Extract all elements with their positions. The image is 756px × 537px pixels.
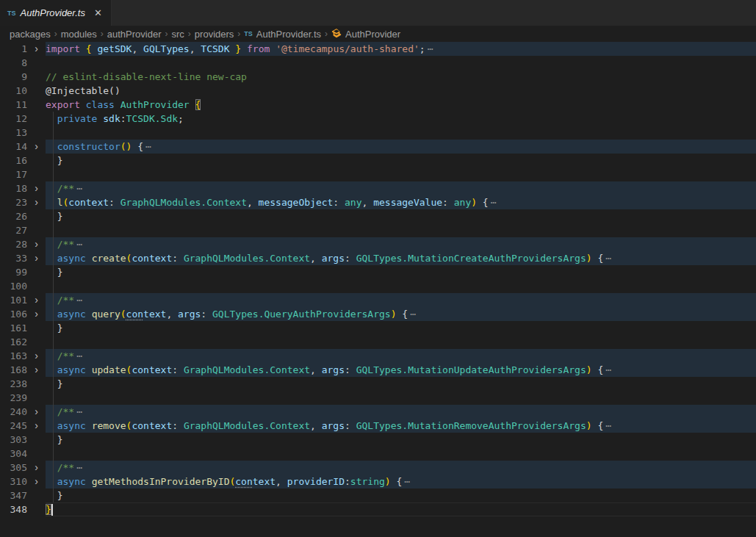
line-content[interactable]: } [46, 265, 756, 279]
code-line-101: 101› /**⋯ [0, 293, 756, 307]
code-line-305: 305› /**⋯ [0, 461, 756, 475]
gutter-spacer [27, 56, 46, 70]
breadcrumb-separator: › [162, 29, 172, 39]
fold-chevron-icon[interactable]: › [27, 349, 46, 363]
line-content[interactable]: } [46, 502, 756, 516]
line-content[interactable] [46, 279, 756, 293]
code-token: : [333, 197, 345, 208]
breadcrumb-item-authprovider-ts[interactable]: TSAuthProvider.ts [244, 29, 321, 40]
line-content[interactable]: /**⋯ [46, 405, 756, 419]
line-content[interactable]: constructor() {⋯ [46, 140, 756, 154]
code-token: { [592, 253, 604, 264]
tab-authprovider-ts[interactable]: TS AuthProvider.ts ✕ [0, 0, 112, 26]
code-token: GQLTypes [143, 43, 190, 54]
code-token: ⋯ [428, 43, 433, 54]
line-content[interactable]: } [46, 489, 756, 502]
code-token: ) [586, 364, 592, 375]
text-cursor [51, 504, 53, 516]
code-token: GQLTypes.MutationCreateAuthProvidersArgs [356, 253, 586, 264]
breadcrumb-item-src[interactable]: src [172, 29, 184, 40]
line-content[interactable]: l(context: GraphQLModules.Context, messa… [46, 195, 756, 209]
line-content[interactable]: /**⋯ [46, 461, 756, 475]
line-content[interactable]: // eslint-disable-next-line new-cap [46, 70, 756, 84]
fold-chevron-icon[interactable]: › [27, 251, 46, 265]
line-content[interactable]: export class AuthProvider { [46, 98, 756, 112]
line-content[interactable]: } [46, 321, 756, 335]
line-content[interactable] [46, 167, 756, 181]
editor-tab-bar: TS AuthProvider.ts ✕ [0, 0, 756, 26]
code-editor[interactable]: 1›import { getSDK, GQLTypes, TCSDK } fro… [0, 42, 756, 516]
fold-chevron-icon[interactable]: › [27, 405, 46, 419]
line-content[interactable]: import { getSDK, GQLTypes, TCSDK } from … [46, 42, 756, 56]
line-content[interactable] [46, 391, 756, 405]
fold-chevron-icon[interactable]: › [27, 293, 46, 307]
code-token: : [172, 253, 184, 264]
code-token: private [46, 113, 103, 124]
line-content[interactable]: /**⋯ [46, 237, 756, 251]
code-token: messageObject [259, 197, 334, 208]
code-token: import [46, 43, 86, 54]
line-content[interactable]: } [46, 377, 756, 391]
line-content[interactable] [46, 447, 756, 461]
line-number: 310 [0, 475, 27, 489]
line-content[interactable] [46, 223, 756, 237]
gutter-spacer [27, 377, 46, 391]
line-content[interactable]: private sdk:TCSDK.Sdk; [46, 112, 756, 126]
breadcrumb-item-authprovider[interactable]: AuthProvider [331, 28, 400, 40]
line-content[interactable]: /**⋯ [46, 349, 756, 363]
line-content[interactable]: async update(context: GraphQLModules.Con… [46, 363, 756, 377]
code-token: GraphQLModules.Context [184, 253, 310, 264]
code-line-100: 100 [0, 279, 756, 293]
code-line-17: 17 [0, 167, 756, 181]
code-line-33: 33› async create(context: GraphQLModules… [0, 251, 756, 265]
line-content[interactable]: } [46, 209, 756, 223]
fold-chevron-icon[interactable]: › [27, 475, 46, 489]
line-content[interactable]: async create(context: GraphQLModules.Con… [46, 251, 756, 265]
line-content[interactable]: @Injectable() [46, 84, 756, 98]
gutter-spacer [27, 502, 46, 516]
gutter-spacer [27, 321, 46, 335]
fold-chevron-icon[interactable]: › [27, 461, 46, 475]
line-number: 101 [0, 293, 27, 307]
code-token: , [310, 253, 322, 264]
line-number: 303 [0, 433, 27, 447]
code-token: string [350, 476, 385, 487]
line-number: 238 [0, 377, 27, 391]
line-content[interactable]: async query(context, args: GQLTypes.Quer… [46, 307, 756, 321]
line-content[interactable]: /**⋯ [46, 181, 756, 195]
line-content[interactable] [46, 126, 756, 140]
line-content[interactable] [46, 335, 756, 349]
code-token: context [132, 364, 172, 375]
code-token: getSDK [97, 43, 132, 54]
line-content[interactable]: async getMethodsInProviderByID(context, … [46, 475, 756, 489]
fold-chevron-icon[interactable]: › [27, 181, 46, 195]
breadcrumb-item-packages[interactable]: packages [10, 29, 51, 40]
fold-chevron-icon[interactable]: › [27, 140, 46, 154]
code-token: query [92, 309, 120, 320]
line-content[interactable]: } [46, 433, 756, 447]
fold-chevron-icon[interactable]: › [27, 237, 46, 251]
line-content[interactable] [46, 56, 756, 70]
close-icon[interactable]: ✕ [93, 7, 104, 18]
fold-chevron-icon[interactable]: › [27, 363, 46, 377]
fold-chevron-icon[interactable]: › [27, 419, 46, 433]
breadcrumb-item-modules[interactable]: modules [61, 29, 97, 40]
line-content[interactable]: } [46, 154, 756, 167]
typescript-file-icon: TS [244, 30, 253, 37]
code-token: '@timecampus/auth-shared' [276, 43, 420, 54]
code-line-99: 99 } [0, 265, 756, 279]
code-line-1: 1›import { getSDK, GQLTypes, TCSDK } fro… [0, 42, 756, 56]
line-number: 9 [0, 70, 27, 84]
code-token: { [592, 364, 604, 375]
line-content[interactable]: async remove(context: GraphQLModules.Con… [46, 419, 756, 433]
fold-chevron-icon[interactable]: › [27, 42, 46, 56]
code-token: l [46, 197, 62, 208]
code-line-238: 238 } [0, 377, 756, 391]
code-token: } [46, 267, 62, 278]
fold-chevron-icon[interactable]: › [27, 307, 46, 321]
breadcrumb-item-providers[interactable]: providers [195, 29, 234, 40]
line-content[interactable]: /**⋯ [46, 293, 756, 307]
fold-chevron-icon[interactable]: › [27, 195, 46, 209]
breadcrumb-item-authprovider[interactable]: authProvider [107, 29, 162, 40]
code-token: /** [46, 350, 74, 361]
